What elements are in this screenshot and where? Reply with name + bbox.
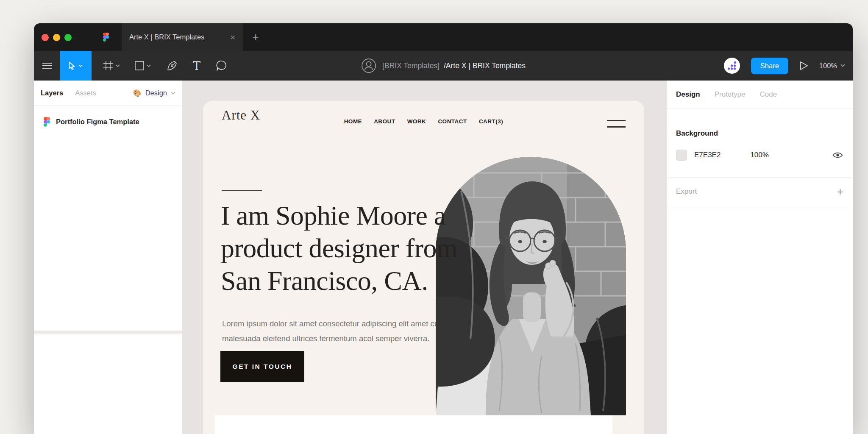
text-tool-button[interactable]: T bbox=[186, 51, 208, 81]
hero-portrait-photo bbox=[436, 157, 626, 415]
breadcrumb: [BRIX Templates] /Arte X | BRIX Template… bbox=[361, 51, 526, 81]
nav-home: HOME bbox=[344, 118, 362, 125]
pen-tool-icon bbox=[167, 60, 178, 71]
add-export-button[interactable]: + bbox=[837, 186, 843, 197]
move-tool-icon bbox=[69, 61, 76, 70]
file-tab[interactable]: Arte X | BRIX Templates × bbox=[122, 23, 243, 51]
panel-divider bbox=[34, 331, 182, 334]
layers-panel: Layers Assets 🎨 Design Portfolio Figma T… bbox=[34, 81, 182, 434]
share-button[interactable]: Share bbox=[751, 58, 788, 74]
frame-tool-button[interactable] bbox=[98, 51, 125, 81]
hero-heading: I am Sophie Moore a product designer fro… bbox=[221, 199, 457, 297]
tab-layers[interactable]: Layers bbox=[41, 89, 63, 97]
next-page-section bbox=[215, 415, 612, 434]
site-logo: Arte X bbox=[222, 108, 260, 123]
hero-heading-line: San Francisco, CA. bbox=[221, 264, 457, 297]
eye-icon bbox=[832, 151, 843, 159]
brix-avatar-icon[interactable] bbox=[723, 57, 740, 74]
breadcrumb-project[interactable]: [BRIX Templates] bbox=[382, 61, 440, 70]
close-window-button[interactable] bbox=[42, 34, 49, 41]
pen-tool-button[interactable] bbox=[161, 51, 183, 81]
present-play-icon[interactable] bbox=[799, 61, 809, 71]
frame-tool-icon bbox=[103, 61, 113, 71]
file-tab-title: Arte X | BRIX Templates bbox=[129, 33, 230, 41]
panel-divider bbox=[667, 177, 853, 178]
background-color-row: E7E3E2 100% bbox=[676, 149, 843, 161]
minimize-window-button[interactable] bbox=[53, 34, 60, 41]
chevron-down-icon bbox=[116, 64, 120, 67]
figma-window: Arte X | BRIX Templates × + bbox=[34, 23, 853, 434]
get-in-touch-button: GET IN TOUCH bbox=[220, 351, 304, 382]
toolbar: T [BRIX Templates] /Arte X | BRIX Templa… bbox=[34, 51, 853, 81]
chevron-down-icon bbox=[147, 64, 151, 67]
desktop: Arte X | BRIX Templates × + bbox=[0, 0, 868, 434]
decorative-rule bbox=[222, 190, 262, 191]
shape-tool-button[interactable] bbox=[130, 51, 156, 81]
color-hex-value[interactable]: E7E3E2 bbox=[694, 151, 721, 159]
export-section-row: Export + bbox=[676, 186, 843, 198]
move-tool-button[interactable] bbox=[60, 51, 92, 81]
inspector-panel: Design Prototype Code Background E7E3E2 … bbox=[667, 81, 853, 434]
new-tab-button[interactable]: + bbox=[246, 23, 265, 51]
page-name: Design bbox=[145, 89, 167, 97]
close-tab-icon[interactable]: × bbox=[230, 33, 235, 42]
export-section-title: Export bbox=[676, 187, 697, 196]
person-avatar-icon bbox=[361, 58, 376, 73]
toolbar-right-group: Share 100% bbox=[723, 51, 845, 81]
design-frame-hero[interactable]: Arte X HOME ABOUT WORK CONTACT CART(3) I… bbox=[203, 101, 644, 434]
breadcrumb-file-name[interactable]: /Arte X | BRIX Templates bbox=[444, 61, 526, 70]
zoom-window-button[interactable] bbox=[64, 34, 72, 41]
chevron-down-icon bbox=[78, 64, 83, 67]
background-section-title: Background bbox=[676, 129, 718, 138]
color-swatch[interactable] bbox=[676, 150, 687, 161]
portrait-illustration bbox=[436, 157, 626, 415]
comment-tool-button[interactable] bbox=[210, 51, 232, 81]
zoom-menu[interactable]: 100% bbox=[819, 62, 845, 70]
nav-work: WORK bbox=[407, 118, 426, 125]
figma-logo-icon bbox=[103, 33, 109, 43]
chevron-down-icon bbox=[840, 64, 845, 67]
menu-icon bbox=[42, 62, 52, 69]
canvas[interactable]: Arte X HOME ABOUT WORK CONTACT CART(3) I… bbox=[182, 81, 667, 434]
figma-logo-icon bbox=[44, 117, 50, 127]
zoom-level-value: 100% bbox=[819, 62, 837, 70]
site-nav: HOME ABOUT WORK CONTACT CART(3) bbox=[344, 118, 504, 125]
nav-contact: CONTACT bbox=[438, 118, 467, 125]
layer-name: Portfolio Figma Template bbox=[56, 118, 139, 126]
page-selector[interactable]: 🎨 Design bbox=[133, 89, 175, 97]
tab-code[interactable]: Code bbox=[760, 90, 777, 99]
palette-emoji: 🎨 bbox=[133, 89, 142, 97]
color-opacity-value[interactable]: 100% bbox=[750, 151, 768, 159]
layers-panel-tabs: Layers Assets 🎨 Design bbox=[34, 81, 182, 106]
rectangle-tool-icon bbox=[135, 61, 144, 70]
tab-bar: Arte X | BRIX Templates × + bbox=[34, 23, 853, 51]
tab-design[interactable]: Design bbox=[676, 90, 700, 99]
comment-tool-icon bbox=[216, 60, 227, 71]
inspector-tabs: Design Prototype Code bbox=[667, 81, 853, 108]
tab-assets[interactable]: Assets bbox=[75, 89, 96, 97]
nav-cart: CART(3) bbox=[479, 118, 504, 125]
main-menu-button[interactable] bbox=[36, 51, 58, 81]
visibility-toggle[interactable] bbox=[832, 151, 843, 159]
hero-heading-line: I am Sophie Moore a bbox=[221, 199, 457, 232]
nav-about: ABOUT bbox=[374, 118, 395, 125]
chevron-down-icon bbox=[171, 92, 175, 95]
hero-heading-line: product designer from bbox=[221, 232, 457, 264]
hamburger-icon bbox=[607, 120, 626, 133]
layer-row-portfolio-template[interactable]: Portfolio Figma Template bbox=[34, 112, 182, 131]
panel-divider bbox=[667, 207, 853, 207]
tab-prototype[interactable]: Prototype bbox=[715, 90, 746, 99]
